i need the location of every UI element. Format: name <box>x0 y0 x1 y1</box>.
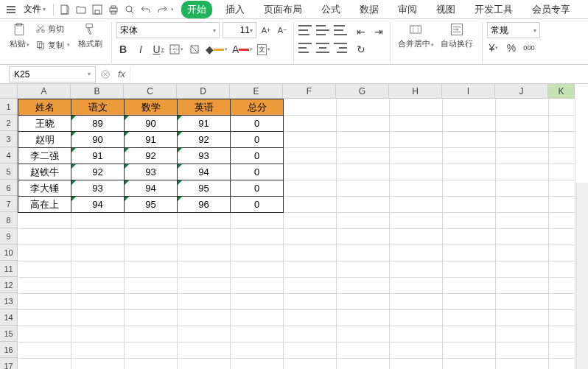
row-header-1[interactable]: 1 <box>0 99 18 115</box>
cell[interactable] <box>231 294 284 310</box>
merge-center-button[interactable]: 合并居中▾ <box>395 22 436 49</box>
cell[interactable] <box>496 197 549 213</box>
cell[interactable] <box>443 342 496 359</box>
column-header-C[interactable]: C <box>124 84 177 99</box>
cell[interactable]: 0 <box>231 180 284 197</box>
border-button[interactable]: ▾ <box>169 43 183 56</box>
row-header-14[interactable]: 14 <box>0 309 18 326</box>
phonetic-button[interactable]: 文▾ <box>257 43 270 56</box>
cell[interactable] <box>231 326 284 342</box>
cell[interactable] <box>443 132 496 148</box>
column-header-F[interactable]: F <box>283 84 336 99</box>
cell[interactable] <box>496 132 549 148</box>
cell[interactable]: 93 <box>125 164 178 180</box>
cell[interactable] <box>443 310 496 326</box>
open-icon[interactable] <box>73 1 89 18</box>
row-header-10[interactable]: 10 <box>0 245 18 261</box>
cell[interactable] <box>390 132 443 148</box>
align-top-button[interactable] <box>298 25 312 35</box>
cell[interactable] <box>496 164 549 180</box>
cell[interactable] <box>178 326 231 342</box>
increase-font-button[interactable]: A+ <box>259 24 273 37</box>
cell[interactable] <box>18 278 71 294</box>
comma-style-button[interactable]: 000 <box>522 41 536 55</box>
cell[interactable] <box>496 261 549 278</box>
column-header-A[interactable]: A <box>18 84 71 99</box>
cell[interactable] <box>284 99 337 116</box>
cell[interactable] <box>443 164 496 180</box>
cell[interactable] <box>443 245 496 261</box>
new-icon[interactable] <box>57 1 73 18</box>
column-header-E[interactable]: E <box>230 84 283 99</box>
cell[interactable]: 语文 <box>71 99 125 116</box>
align-center-button[interactable] <box>316 43 329 53</box>
cell[interactable] <box>443 326 496 342</box>
cell[interactable] <box>71 310 125 326</box>
copy-button[interactable]: 复制▾ <box>35 38 70 52</box>
cell[interactable] <box>125 326 178 342</box>
cell[interactable] <box>337 294 390 310</box>
cell[interactable] <box>231 359 284 370</box>
tab-start[interactable]: 开始 <box>181 1 212 18</box>
row-header-9[interactable]: 9 <box>0 228 18 245</box>
row-header-15[interactable]: 15 <box>0 326 18 342</box>
fx-button[interactable]: fx <box>113 66 130 82</box>
cell[interactable]: 91 <box>178 116 231 132</box>
cell[interactable] <box>337 245 390 261</box>
cell[interactable] <box>178 245 231 261</box>
cell[interactable] <box>443 359 496 370</box>
cell[interactable] <box>390 164 443 180</box>
cell[interactable] <box>443 294 496 310</box>
cell[interactable] <box>390 180 443 197</box>
cell[interactable]: 93 <box>71 180 125 197</box>
cell[interactable] <box>390 197 443 213</box>
row-header-13[interactable]: 13 <box>0 293 18 309</box>
row-header-7[interactable]: 7 <box>0 196 18 212</box>
cell[interactable] <box>549 278 575 294</box>
cell[interactable] <box>390 245 443 261</box>
cell[interactable] <box>284 359 337 370</box>
row-header-2[interactable]: 2 <box>0 115 18 131</box>
cell[interactable] <box>337 326 390 342</box>
underline-button[interactable]: U▾ <box>152 43 165 56</box>
column-header-D[interactable]: D <box>177 84 230 99</box>
cell[interactable] <box>284 132 337 148</box>
cell[interactable] <box>549 148 575 164</box>
cell[interactable] <box>390 294 443 310</box>
cell[interactable] <box>125 213 178 229</box>
cell[interactable] <box>337 132 390 148</box>
cell[interactable] <box>178 229 231 245</box>
orientation-button[interactable]: ↻ <box>354 43 368 56</box>
cell[interactable] <box>337 116 390 132</box>
cell[interactable] <box>443 229 496 245</box>
cell[interactable] <box>496 180 549 197</box>
cut-button[interactable]: 剪切 <box>35 22 70 35</box>
cell[interactable]: 90 <box>71 132 125 148</box>
cell[interactable] <box>178 294 231 310</box>
cell[interactable] <box>125 294 178 310</box>
cell[interactable]: 0 <box>231 164 284 180</box>
redo-icon[interactable] <box>154 1 170 18</box>
font-name-combo[interactable]: 宋体▾ <box>116 22 220 38</box>
cell[interactable] <box>496 342 549 359</box>
row-header-4[interactable]: 4 <box>0 147 18 164</box>
cell[interactable] <box>337 310 390 326</box>
cell[interactable] <box>18 342 71 359</box>
cell[interactable] <box>71 213 125 229</box>
cell[interactable] <box>496 326 549 342</box>
cell[interactable] <box>443 261 496 278</box>
cell[interactable] <box>125 342 178 359</box>
cell[interactable] <box>231 229 284 245</box>
cell[interactable] <box>443 148 496 164</box>
menu-icon[interactable] <box>3 1 19 18</box>
cell[interactable] <box>496 359 549 370</box>
cell[interactable] <box>71 229 125 245</box>
cell[interactable] <box>231 310 284 326</box>
cell[interactable] <box>284 294 337 310</box>
cell[interactable] <box>443 278 496 294</box>
italic-button[interactable]: I <box>134 43 147 56</box>
cell[interactable] <box>390 310 443 326</box>
cell[interactable] <box>18 229 71 245</box>
clear-format-button[interactable] <box>188 43 201 56</box>
cell[interactable] <box>390 99 443 116</box>
